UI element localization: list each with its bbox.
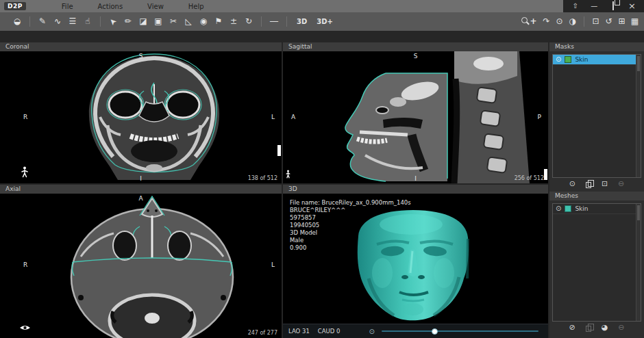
three-d-viewport-canvas[interactable]: File name: BruceRiley_ax_0.900mm_140s BR…: [283, 194, 548, 338]
threshold-tool-button[interactable]: ±: [226, 12, 241, 31]
orientation-posterior: P: [538, 114, 541, 120]
menu-file[interactable]: File: [62, 3, 73, 10]
cursor-icon: ➤: [104, 12, 122, 30]
rotate-view-button[interactable]: ↷: [540, 12, 553, 31]
mesh-paint-button[interactable]: ◕: [602, 323, 608, 332]
coronal-viewport-canvas[interactable]: S R L I 138 of 512: [0, 51, 282, 183]
contour-tool-button[interactable]: ☰: [65, 12, 80, 31]
mask-list-item-skin[interactable]: ⊙ Skin: [553, 55, 641, 65]
orientation-inferior: I: [414, 175, 417, 182]
orientation-right: R: [23, 114, 27, 120]
orientation-left: L: [271, 114, 275, 120]
sagittal-slice-slider-handle[interactable]: [544, 169, 547, 180]
eraser-tool-button[interactable]: ◪: [136, 12, 151, 31]
mesh-delete-button[interactable]: ⊖: [618, 323, 624, 332]
mask-export-button[interactable]: ⊡: [602, 179, 608, 188]
body-orientation-figure-icon: [21, 166, 29, 181]
meshes-panel-toolbar: ⊘ ◕ ⊖: [549, 323, 644, 332]
coronal-slice-indicator: 138 of 512: [248, 175, 277, 181]
mask-delete-button[interactable]: ⊖: [618, 179, 624, 188]
menu-actions[interactable]: Actions: [98, 3, 123, 10]
masks-panel-header: Masks: [549, 42, 644, 51]
opacity-eye-icon[interactable]: ⊙: [369, 328, 374, 335]
sagittal-viewport-canvas[interactable]: S A P I 256 of 512: [283, 51, 548, 183]
window-level-button[interactable]: ⊙: [553, 12, 566, 31]
coronal-viewport: Coronal: [0, 42, 282, 183]
view-3d-button[interactable]: 3D: [292, 18, 312, 25]
sagittal-viewport: Sagittal: [283, 42, 548, 183]
layout-grid-button[interactable]: ▦: [628, 12, 641, 31]
axial-viewport-canvas[interactable]: A R L 247 of 277: [0, 194, 282, 338]
pan-tool-button[interactable]: +: [527, 12, 540, 31]
coronal-slice-slider-handle[interactable]: [277, 145, 281, 156]
brush-tool-button[interactable]: ✏: [121, 12, 136, 31]
view-3d-plus-button[interactable]: 3D+: [312, 18, 338, 25]
push-tool-button[interactable]: ☝: [80, 12, 95, 31]
mesh-color-swatch: [565, 205, 571, 212]
eye-direction-icon: [19, 321, 31, 334]
body-orientation-figure-icon: [285, 169, 291, 182]
mask-visibility-eye-icon[interactable]: ⊙: [556, 55, 561, 64]
orientation-superior: S: [139, 53, 143, 60]
minimize-button[interactable]: —: [587, 0, 601, 12]
close-button[interactable]: ×: [625, 0, 639, 12]
select-tool-button[interactable]: ➤: [106, 12, 121, 31]
masks-scrollbar-thumb[interactable]: [637, 56, 640, 71]
region-tool-button[interactable]: ◉: [196, 12, 211, 31]
toolbar-view-group: + ↷ ⊙ ◑ ⊡ ↺ ⊞ ▦: [514, 12, 641, 31]
meshes-scrollbar[interactable]: [636, 204, 641, 321]
orientation-right: R: [23, 261, 27, 268]
masks-panel-toolbar: ⊙ ⊡ ⊖: [549, 179, 644, 188]
menubar: File Actions View Help: [62, 3, 204, 10]
orientation-superior: S: [414, 53, 418, 60]
three-d-viewport-title: 3D: [283, 185, 548, 194]
toolbar-separator: [29, 16, 30, 27]
titlebar: D2P File Actions View Help ⇧ — ×: [0, 0, 644, 12]
restore-button[interactable]: [606, 0, 620, 12]
mesh-list-item-skin[interactable]: ⊙ Skin: [553, 204, 641, 214]
cut-tool-button[interactable]: ✂: [166, 12, 181, 31]
scan-info-patient-name: BRUCE^RILEY^^^: [290, 207, 411, 214]
axial-viewport: Axial A R: [0, 185, 282, 338]
axial-ct-image: [0, 194, 282, 338]
toolbar-separator: [261, 16, 262, 27]
masks-scrollbar[interactable]: [636, 55, 641, 177]
mask-show-hide-button[interactable]: ⊙: [569, 179, 575, 188]
three-d-viewport: 3D: [283, 185, 548, 338]
scan-info-birthdate: 19940505: [290, 222, 411, 229]
opacity-slider-handle[interactable]: [432, 328, 438, 335]
meshes-list: ⊙ Skin: [552, 203, 641, 322]
scalpel-tool-button[interactable]: ✎: [35, 12, 50, 31]
invert-button[interactable]: ◑: [566, 12, 579, 31]
polyline-tool-button[interactable]: ∿: [50, 12, 65, 31]
orientation-anterior: A: [138, 195, 143, 202]
window-controls: ⇧ — ×: [563, 0, 644, 12]
measure-tool-button[interactable]: ―: [267, 12, 282, 31]
d2p-application-window: D2P File Actions View Help ⇧ — × ◒ ✎ ∿ ☰…: [0, 0, 644, 338]
opacity-slider-track[interactable]: [382, 330, 538, 332]
sagittal-viewport-title: Sagittal: [283, 42, 548, 51]
fill-tool-button[interactable]: ▣: [151, 12, 166, 31]
fit-view-button[interactable]: ⊡: [589, 12, 602, 31]
main-toolbar: ◒ ✎ ∿ ☰ ☝ ➤ ✏ ◪ ▣ ✂ ◺ ◉ ⚑ ± ↻ ― 3D 3D+ +…: [0, 12, 644, 31]
scan-info-patient-id: 5975857: [290, 214, 411, 222]
orientation-inferior: I: [140, 175, 142, 182]
zoom-tool-button[interactable]: [514, 12, 527, 31]
lao-angle-readout: LAO 31: [288, 328, 310, 335]
mask-duplicate-button[interactable]: [586, 182, 591, 188]
toolbar-separator: [584, 16, 584, 27]
trim-tool-button[interactable]: ◺: [181, 12, 196, 31]
rotate-region-tool-button[interactable]: ↻: [241, 12, 256, 31]
menu-help[interactable]: Help: [188, 3, 204, 10]
landmark-tool-button[interactable]: ⚑: [211, 12, 226, 31]
mesh-duplicate-button[interactable]: [586, 326, 591, 332]
meshes-scrollbar-thumb[interactable]: [637, 205, 640, 220]
caud-angle-readout: CAUD 0: [318, 328, 340, 335]
mask-preview-button[interactable]: ◒: [10, 12, 25, 31]
menu-view[interactable]: View: [147, 3, 164, 10]
reset-view-button[interactable]: ↺: [602, 12, 615, 31]
mesh-visibility-eye-icon[interactable]: ⊙: [556, 204, 561, 213]
mesh-hide-button[interactable]: ⊘: [569, 323, 575, 332]
update-icon[interactable]: ⇧: [569, 0, 582, 12]
zoom-fit-button[interactable]: ⊞: [615, 12, 628, 31]
